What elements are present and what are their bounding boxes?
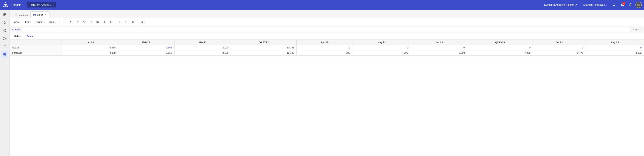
formula-label: « Sales (12, 28, 21, 31)
table-header-row: Jan 23 Feb 23 Mar 23 Q1 FY23 Apr 23 May … (10, 40, 644, 45)
col-header-may23: May 23 (352, 40, 411, 45)
tab-modules[interactable]: Modules (12, 12, 30, 18)
svg-rect-7 (5, 14, 6, 15)
svg-line-57 (142, 23, 143, 23)
expand-icon: « (12, 28, 14, 31)
edit-chevron-icon: ▾ (30, 21, 31, 23)
sheet-tab-sales-active[interactable]: Sales ▾ (24, 34, 37, 38)
chart-chevron-icon: ▾ (112, 21, 113, 23)
pivot-btn[interactable] (61, 19, 67, 25)
table-cell: 4,388 (62, 45, 118, 50)
sidebar-icon-grid[interactable] (1, 51, 8, 58)
switch-classic-btn[interactable]: Switch to Anaplan Classic ↗ (542, 2, 579, 8)
employee-chevron-icon: ▾ (606, 4, 607, 6)
external-link-icon: ↗ (575, 4, 577, 6)
conditional-format-btn[interactable] (131, 19, 137, 25)
sidebar-icon-history[interactable] (1, 27, 8, 34)
table-body: Actual4,3883,6552,10010,143000000Forecas… (10, 45, 644, 56)
table-row: Actual4,3883,6552,10010,143000000 (10, 45, 644, 50)
svg-rect-8 (4, 15, 4, 16)
tab-close-btn[interactable]: ✕ (44, 13, 47, 17)
content-area: Modules Sales ✕ View ▾ Edit ▾ (10, 10, 644, 156)
toolbar-divider-2 (116, 20, 116, 24)
svg-rect-18 (4, 53, 6, 55)
data-table: Jan 23 Feb 23 Mar 23 Q1 FY23 Apr 23 May … (10, 40, 644, 56)
help-btn[interactable] (627, 2, 634, 8)
toolbar-divider-1 (60, 20, 60, 24)
sort-btn[interactable] (88, 19, 94, 25)
chart-btn[interactable]: ▾ (108, 19, 114, 25)
row-label: Forecast (10, 50, 62, 56)
sidebar-icon-modules[interactable] (1, 11, 8, 18)
col-header-q1fy23: Q1 FY23 (231, 40, 296, 45)
grid-view-btn[interactable] (95, 19, 101, 25)
table-cell: 3,775 (533, 50, 586, 56)
table-cell: 0 (411, 45, 467, 50)
format-menu-btn[interactable]: Format ▾ (34, 20, 47, 24)
sidebar-icon-compare[interactable] (1, 35, 8, 42)
col-header-jan23: Jan 23 (62, 40, 118, 45)
filter-rows-btn[interactable] (75, 19, 81, 25)
svg-point-10 (4, 22, 6, 24)
view-chevron-icon: ▾ (20, 21, 21, 23)
split-pane-btn[interactable] (124, 19, 130, 25)
sheet-tab-bar: Sales Sales ▾ (10, 33, 644, 40)
find-chevron-icon: ▾ (144, 21, 145, 23)
data-table-container: Jan 23 Feb 23 Mar 23 Q1 FY23 Apr 23 May … (10, 40, 644, 156)
models-chevron-icon: ▾ (22, 4, 23, 6)
toolbar: View ▾ Edit ▾ Format ▾ Data ▾ (10, 18, 644, 26)
svg-marker-36 (83, 21, 86, 23)
balance-btn[interactable] (102, 19, 108, 25)
formula-input[interactable] (22, 27, 630, 32)
svg-point-23 (16, 15, 16, 16)
view-menu-btn[interactable]: View ▾ (12, 20, 22, 24)
sidebar-icon-list[interactable] (1, 43, 8, 50)
svg-rect-9 (5, 15, 6, 16)
table-cell: 10,143 (231, 45, 296, 50)
breadcrumb-chevron-icon: ▾ (53, 4, 54, 6)
image-btn[interactable] (68, 19, 74, 25)
sidebar-icon-search[interactable] (1, 19, 8, 26)
employee-menu-btn[interactable]: Anaplan Employee ▾ (581, 2, 609, 8)
table-cell: 0 (296, 45, 352, 50)
data-menu-btn[interactable]: Data ▾ (48, 20, 58, 24)
breadcrumb-nav-btn[interactable]: TechCom / Accou... ▾ (27, 2, 56, 8)
svg-point-56 (141, 21, 143, 23)
table-cell: 0 (586, 45, 644, 50)
table-cell: 3,280 (411, 50, 467, 56)
col-header-q2fy23: Q2 FY23 (467, 40, 533, 45)
svg-point-3 (613, 4, 615, 6)
svg-rect-13 (3, 37, 5, 38)
svg-rect-6 (4, 14, 4, 15)
logo-icon (2, 2, 9, 8)
col-header-jun23: Jun 23 (411, 40, 467, 45)
find-btn[interactable]: ▾ (140, 19, 146, 25)
table-cell: 7,938 (467, 50, 533, 56)
undo-btn[interactable] (117, 19, 123, 25)
table-cell: 0 (352, 45, 411, 50)
col-header-empty (10, 40, 62, 45)
table-row: Forecast4,3883,6552,10010,1433884,2703,2… (10, 50, 644, 56)
models-nav-btn[interactable]: Models ▾ (10, 2, 26, 8)
col-header-apr23: Apr 23 (296, 40, 352, 45)
table-cell: 4,270 (352, 50, 411, 56)
col-header-jul23: Jul 23 (533, 40, 586, 45)
sheet-tab-sales-static[interactable]: Sales (12, 34, 23, 38)
table-cell: 2,100 (174, 50, 231, 56)
edit-menu-btn[interactable]: Edit ▾ (23, 20, 33, 24)
row-label: Actual (10, 45, 62, 50)
top-nav: Models ▾ TechCom / Accou... ▾ Switch to … (0, 0, 644, 10)
filter-btn[interactable] (82, 19, 87, 25)
svg-point-32 (70, 21, 71, 22)
formula-bar: « Sales 9120.0 (10, 26, 644, 33)
svg-point-2 (6, 6, 6, 7)
tab-sales[interactable]: Sales ✕ (30, 12, 50, 18)
sheet-tab-chevron-icon: ▾ (34, 35, 34, 37)
notifications-btn[interactable]: 5 (619, 2, 626, 8)
data-chevron-icon: ▾ (55, 21, 56, 23)
search-nav-btn[interactable] (611, 2, 618, 8)
table-cell: 0 (467, 45, 533, 50)
avatar-btn[interactable]: RS (636, 2, 642, 8)
tab-bar: Modules Sales ✕ (10, 10, 644, 18)
table-cell: 4,388 (62, 50, 118, 56)
